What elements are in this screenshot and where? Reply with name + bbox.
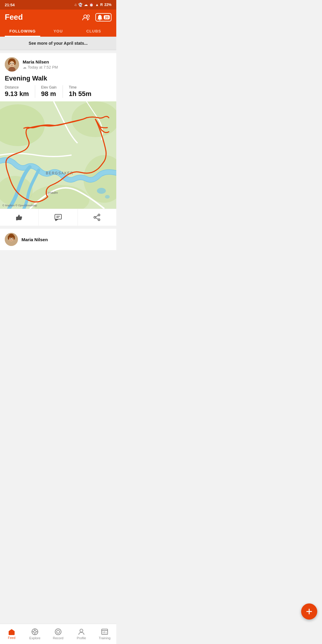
svg-text:BERGSAKER: BERGSAKER [46,171,74,175]
svg-point-39 [12,238,13,239]
notifications-button[interactable]: 20 [95,13,112,21]
svg-point-10 [10,61,14,66]
activity-time: ☁ Today at 7:52 PM [23,65,58,69]
svg-point-0 [84,15,87,18]
spotify-icon: ♫ [74,3,77,7]
tab-following[interactable]: FOLLOWING [5,26,40,37]
tab-clubs[interactable]: CLUBS [76,26,112,37]
activity-header: Maria Nilsen ☁ Today at 7:52 PM [0,53,116,75]
user-info: Maria Nilsen ☁ Today at 7:52 PM [23,59,58,69]
cloud-status-icon: ☁ [84,3,88,7]
activity-map[interactable]: BERGSAKER Lynadm © Mapbox © OpenStreetMa… [0,101,116,209]
username-2[interactable]: Maria Nilsen [21,237,48,242]
svg-text:Lynadm: Lynadm [46,191,58,194]
svg-point-38 [10,238,11,239]
status-icons: ♫ 👻 ☁ ⏰ ▲ R 22% [74,3,112,7]
weather-icon: ☁ [23,65,27,69]
svg-point-28 [98,219,100,221]
svg-line-31 [96,218,98,219]
activity-stats: Distance 9.13 km Elev Gain 98 m Time 1h … [0,85,116,101]
stats-banner[interactable]: See more of your April stats... [0,37,116,50]
wifi-icon: ▲ [95,3,99,7]
svg-point-20 [97,188,106,194]
stat-elev-gain: Elev Gain 98 m [41,85,63,98]
status-time: 21:54 [5,3,15,7]
stat-distance: Distance 9.13 km [5,85,35,98]
page-title: Feed [5,13,23,22]
svg-point-29 [94,216,96,218]
username[interactable]: Maria Nilsen [23,59,58,64]
like-button[interactable] [0,209,39,226]
tab-you[interactable]: YOU [40,26,76,37]
activity-title[interactable]: Evening Walk [0,75,116,85]
svg-point-1 [87,15,89,17]
share-button[interactable] [78,209,116,226]
svg-point-21 [105,195,110,199]
alarm-icon: ⏰ [89,3,94,7]
map-credit: © Mapbox © OpenStreetMap [2,204,37,207]
header-actions: 20 [82,13,112,21]
svg-line-30 [96,216,98,217]
status-bar: 21:54 ♫ 👻 ☁ ⏰ ▲ R 22% [0,0,116,10]
activity-preview: Maria Nilsen [0,229,116,250]
avatar[interactable] [5,57,19,72]
comment-button[interactable] [39,209,78,226]
activity-actions [0,209,116,226]
snapchat-icon: 👻 [78,3,83,7]
svg-rect-24 [55,214,61,219]
header: Feed 20 [0,10,116,37]
svg-point-27 [98,214,100,216]
notification-count: 20 [104,15,110,19]
stat-time: Time 1h 55m [69,85,97,98]
battery-label: 22% [104,3,112,7]
activity-card: Maria Nilsen ☁ Today at 7:52 PM Evening … [0,53,116,209]
signal-icon: R [100,3,103,7]
tabs-container: FOLLOWING YOU CLUBS [5,26,112,37]
svg-point-12 [13,63,14,64]
svg-point-11 [10,63,11,64]
avatar-2[interactable] [5,233,18,246]
friends-button[interactable] [82,14,91,21]
svg-point-2 [99,19,100,20]
svg-point-37 [9,234,14,238]
